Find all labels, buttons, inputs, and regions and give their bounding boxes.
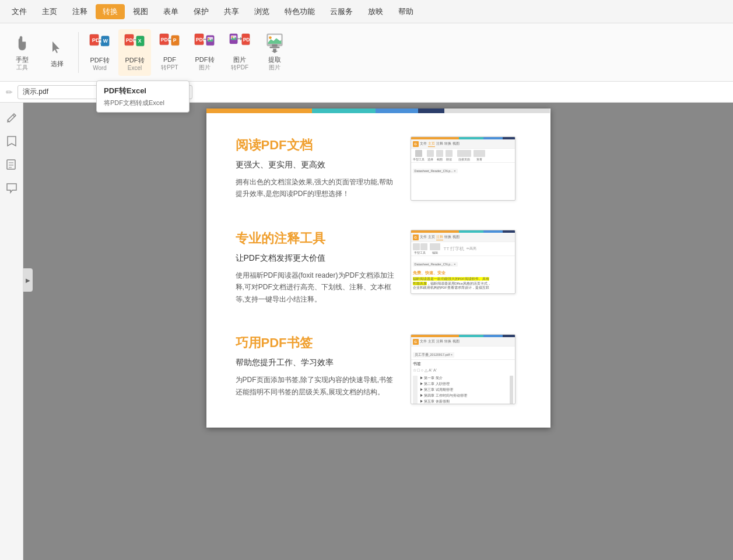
pdf-to-excel-dropdown: PDF转Excel 将PDF文档转成Excel [96,80,190,113]
menu-convert[interactable]: 转换 [96,4,125,19]
bar-light [444,108,550,113]
pdf-page: 阅读PDF文档 更强大、更实用、更高效 拥有出色的文档渲染效果,强大的页面管理功… [206,108,550,428]
section-read-desc: 拥有出色的文档渲染效果,强大的页面管理功能,帮助提升效率,是您阅读PDF的理想选… [236,176,399,200]
menu-annotate[interactable]: 注释 [65,4,94,19]
svg-point-34 [269,36,272,39]
collapse-sidebar-button[interactable]: ▶ [23,268,33,292]
select-icon [47,37,68,58]
section-read-title: 阅读PDF文档 [236,136,399,154]
svg-rect-35 [272,44,277,47]
sidebar-pages-button[interactable] [2,155,21,174]
pdf-to-excel-icon: PDF X [124,33,145,54]
mini-tabs: 文件主页注释转换视图 [420,141,460,147]
mini-logo: G [413,141,419,147]
pencil-icon: ✏ [6,88,13,97]
svg-rect-36 [269,47,279,48]
pdf-to-ppt-label: PDF [163,56,176,64]
svg-text:X: X [138,38,142,44]
extract-image-button[interactable]: 提取 图片 [258,29,291,76]
pdf-to-excel-label: PDF转 [125,57,145,64]
svg-line-37 [13,115,15,117]
section-annotate-subtitle: 让PDF文档发挥更大价值 [236,253,399,264]
pdf-to-image-sublabel: 图片 [199,64,211,72]
menu-cloud[interactable]: 云服务 [323,4,360,19]
image-to-pdf-sublabel: 转PDF [231,64,248,72]
pdf-to-image-label: PDF转 [195,56,215,64]
extract-image-label: 提取 [268,56,281,64]
hand-tool-label: 手型 [16,56,29,64]
section-bookmark-desc: 为PDF页面添加书签,除了实现内容的快速导航,书签还能指明不同书签的层级关系,展… [236,374,399,398]
pdf-to-image-button[interactable]: PDF PDF转 图片 [188,29,221,76]
section-annotate-text: 专业的注释工具 让PDF文档发挥更大价值 使用福昕PDF阅读器(foxit re… [236,230,399,305]
pdf-to-word-icon: PDF W W [89,33,110,54]
hand-icon [12,33,33,54]
section-read-screenshot: G 文件主页注释转换视图 手型工具 [411,136,521,201]
bar-orange [206,108,313,113]
svg-text:PDF: PDF [196,37,206,43]
section-bookmark-title: 巧用PDF书签 [236,334,399,352]
section-read: 阅读PDF文档 更强大、更实用、更高效 拥有出色的文档渲染效果,强大的页面管理功… [236,136,521,201]
pdf-color-bar [206,108,550,113]
bar-dark [418,108,444,113]
section-read-text: 阅读PDF文档 更强大、更实用、更高效 拥有出色的文档渲染效果,强大的页面管理功… [236,136,399,200]
svg-text:W: W [103,38,108,44]
pdf-to-word-button[interactable]: PDF W W PDF转 Word [83,29,116,76]
pdf-to-word-label: PDF转 [90,57,110,64]
menu-form[interactable]: 表单 [156,4,185,19]
section-bookmark-text: 巧用PDF书签 帮助您提升工作、学习效率 为PDF页面添加书签,除了实现内容的快… [236,334,399,398]
pdf-to-excel-button[interactable]: PDF X PDF转 Excel [118,29,151,76]
extract-image-sublabel: 图片 [269,64,280,72]
menu-browse[interactable]: 浏览 [247,4,276,19]
menu-file[interactable]: 文件 [5,4,34,19]
sidebar-pencil-button[interactable] [2,108,21,127]
sidebar-comment-button[interactable] [2,178,21,197]
pdf-to-word-sublabel: Word [93,65,107,71]
svg-text:PDF: PDF [161,37,171,43]
image-to-pdf-label: 图片 [233,56,246,64]
menu-protect[interactable]: 保护 [187,4,216,19]
svg-point-27 [232,36,233,38]
mini-ann-logo: G [413,235,419,240]
section-read-subtitle: 更强大、更实用、更高效 [236,160,399,170]
pdf-to-ppt-icon: PDF P [159,33,180,54]
section-annotate-screenshot: G 文件主页注释转换视图 手型工具 [411,230,521,294]
section-bookmark-subtitle: 帮助您提升工作、学习效率 [236,358,399,368]
mini-bm-tabs: 文件主页注释转换视图 [420,339,460,344]
separator-1 [78,32,79,73]
hand-tool-button[interactable]: 手型 工具 [6,29,38,76]
pdf-to-image-icon: PDF [194,33,215,54]
mini-ann-tabs: 文件主页注释转换视图 [420,235,460,240]
svg-text:PDF: PDF [126,38,136,44]
left-sidebar [0,103,23,560]
menu-share[interactable]: 共享 [217,4,246,19]
sidebar-bookmark-button[interactable] [2,132,21,150]
menu-view[interactable]: 视图 [126,4,155,19]
mini-bm-logo: G [413,339,419,345]
pdf-body: 阅读PDF文档 更强大、更实用、更高效 拥有出色的文档渲染效果,强大的页面管理功… [206,113,550,428]
svg-rect-38 [7,160,15,169]
menu-help[interactable]: 帮助 [391,4,420,19]
section-annotate: 专业的注释工具 让PDF文档发挥更大价值 使用福昕PDF阅读器(foxit re… [236,230,521,305]
bar-teal [312,108,376,113]
extract-image-icon [264,33,285,54]
main-content-area: 阅读PDF文档 更强大、更实用、更高效 拥有出色的文档渲染效果,强大的页面管理功… [23,103,733,560]
hand-tool-sublabel: 工具 [16,64,28,72]
image-to-pdf-icon: PDF [229,33,250,54]
pdf-to-ppt-button[interactable]: PDF P PDF 转PPT [153,29,186,76]
select-tool-button[interactable]: 选择 [41,29,73,76]
menu-features[interactable]: 特色功能 [278,4,322,19]
pdf-to-ppt-sublabel: 转PPT [161,64,178,72]
image-to-pdf-button[interactable]: PDF 图片 转PDF [223,29,256,76]
section-annotate-title: 专业的注释工具 [236,230,399,247]
section-annotate-desc: 使用福昕PDF阅读器(foxit reader)为PDF文档添加注释,可对PDF… [236,270,399,305]
dropdown-desc: 将PDF文档转成Excel [104,99,182,107]
section-bookmark: 巧用PDF书签 帮助您提升工作、学习效率 为PDF页面添加书签,除了实现内容的快… [236,334,521,404]
menu-bar: 文件 主页 注释 转换 视图 表单 保护 共享 浏览 特色功能 云服务 放映 帮… [0,0,733,23]
menu-home[interactable]: 主页 [35,4,64,19]
bar-blue [376,108,418,113]
toolbar: 手型 工具 选择 PDF W W PDF转 Word [0,23,733,82]
menu-slideshow[interactable]: 放映 [361,4,390,19]
svg-text:P: P [173,37,177,43]
section-bookmark-screenshot: G 文件主页注释转换视图 员工手册_20120917.pdf × 书签 ☆□○△… [411,334,521,404]
select-tool-label: 选择 [51,60,64,68]
